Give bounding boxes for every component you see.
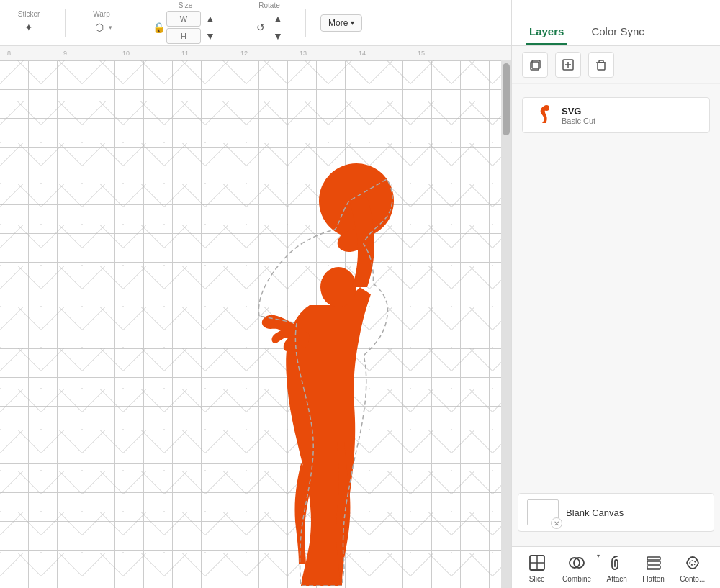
warp-label: Warp — [93, 10, 110, 18]
combine-dropdown-arrow: ▾ — [597, 553, 600, 559]
ruler-mark-11: 11 — [181, 50, 189, 57]
attach-svg-icon — [608, 553, 626, 572]
attach-label: Attach — [607, 575, 627, 583]
flatten-label: Flatten — [642, 575, 665, 583]
svg-rect-18 — [647, 561, 660, 564]
combine-label: Combine — [562, 575, 591, 583]
rotate-group: Rotate ↺ ▲ ▼ — [248, 1, 291, 44]
rotate-up-btn[interactable]: ▲ — [270, 11, 286, 27]
more-button[interactable]: More ▾ — [320, 14, 362, 32]
lock-icon: 🔒 — [153, 22, 165, 33]
ruler-mark-14: 14 — [359, 50, 366, 57]
ruler-mark-12: 12 — [240, 50, 248, 57]
ruler-mark-8: 8 — [7, 50, 11, 57]
tab-color-sync[interactable]: Color Sync — [588, 19, 647, 45]
height-input[interactable] — [166, 28, 201, 44]
svg-rect-19 — [647, 566, 660, 569]
right-panel-tabs: Layers Color Sync — [511, 0, 720, 46]
sticker-group: Sticker ✦ — [7, 10, 50, 35]
canvas-area[interactable]: 8 9 10 11 12 13 14 15 — [0, 46, 511, 588]
layer-preview-icon — [533, 105, 553, 125]
canvas-scrollbar[interactable] — [501, 60, 511, 588]
right-panel: SVG Basic Cut Blank Canvas Slice — [511, 46, 720, 588]
rotate-label: Rotate — [258, 1, 279, 9]
svg-rect-8 — [598, 63, 605, 70]
flatten-svg-icon — [644, 553, 663, 572]
layer-type: Basic Cut — [562, 117, 595, 125]
width-up-btn[interactable]: ▲ — [202, 11, 218, 27]
combine-btn-wrap: Combine ▾ — [557, 550, 597, 586]
slice-button[interactable]: Slice — [521, 550, 553, 586]
combine-button[interactable]: Combine — [557, 550, 597, 586]
attach-button[interactable]: Attach — [601, 550, 633, 586]
combine-icon — [567, 553, 587, 573]
warp-group: Warp ⬡ ▾ — [80, 10, 123, 35]
attach-icon — [607, 553, 627, 573]
svg-point-2 — [320, 267, 356, 307]
layer-svg-item[interactable]: SVG Basic Cut — [522, 97, 710, 133]
grid-background — [0, 60, 511, 588]
trash-icon — [594, 58, 608, 72]
more-label: More — [328, 18, 348, 28]
ruler-mark-9: 9 — [63, 50, 67, 57]
bottom-toolbar: Slice Combine ▾ — [512, 546, 720, 588]
svg-point-11 — [544, 105, 549, 111]
player-svg — [216, 161, 425, 586]
divider-4 — [305, 9, 306, 37]
width-down-btn[interactable]: ▼ — [202, 28, 218, 44]
duplicate-layer-btn[interactable] — [555, 52, 581, 78]
divider-1 — [65, 9, 66, 37]
size-group: Size 🔒 ▲ ▼ — [153, 1, 218, 44]
blank-canvas-label: Blank Canvas — [566, 507, 624, 518]
ruler-top: 8 9 10 11 12 13 14 15 — [0, 46, 511, 60]
blank-canvas-card[interactable]: Blank Canvas — [518, 493, 714, 532]
layer-thumbnail — [531, 104, 554, 127]
svg-rect-17 — [647, 557, 660, 560]
sticker-label: Sticker — [18, 10, 40, 18]
rotate-down-btn[interactable]: ▼ — [270, 28, 286, 44]
main-area: 8 9 10 11 12 13 14 15 — [0, 46, 720, 588]
scrollbar-thumb[interactable] — [503, 63, 510, 135]
blank-canvas-thumbnail — [527, 499, 559, 525]
copy-layer-btn[interactable] — [522, 52, 548, 78]
divider-3 — [233, 9, 233, 37]
flatten-button[interactable]: Flatten — [636, 550, 670, 586]
layer-info: SVG Basic Cut — [562, 106, 595, 125]
ruler-mark-10: 10 — [122, 50, 130, 57]
slice-label: Slice — [529, 575, 545, 583]
warp-icon-btn[interactable]: ⬡ — [91, 19, 107, 35]
slice-icon — [527, 553, 547, 573]
contour-label: Conto... — [680, 575, 705, 583]
grid-canvas — [0, 60, 511, 588]
contour-svg-icon — [683, 553, 702, 572]
ruler-mark-13: 13 — [300, 50, 307, 57]
copy-icon — [528, 58, 542, 72]
divider-2 — [138, 9, 138, 37]
rotate-icon-btn[interactable]: ↺ — [253, 19, 269, 35]
player-container[interactable] — [216, 161, 425, 586]
delete-layer-btn[interactable] — [588, 52, 614, 78]
contour-icon — [683, 553, 703, 573]
size-label: Size — [179, 1, 192, 9]
duplicate-icon — [561, 58, 575, 72]
slice-svg-icon — [528, 553, 546, 572]
svg-rect-10 — [599, 60, 603, 63]
layer-icons-row — [512, 46, 720, 84]
ruler-mark-15: 15 — [418, 50, 425, 57]
combine-svg-icon — [567, 553, 586, 572]
layer-name: SVG — [562, 106, 595, 117]
width-input[interactable] — [166, 11, 201, 27]
flatten-icon — [644, 553, 664, 573]
more-arrow: ▾ — [351, 19, 354, 27]
contour-button[interactable]: Conto... — [674, 550, 711, 586]
tab-layers[interactable]: Layers — [526, 19, 567, 45]
sticker-icon-btn[interactable]: ✦ — [21, 19, 37, 35]
